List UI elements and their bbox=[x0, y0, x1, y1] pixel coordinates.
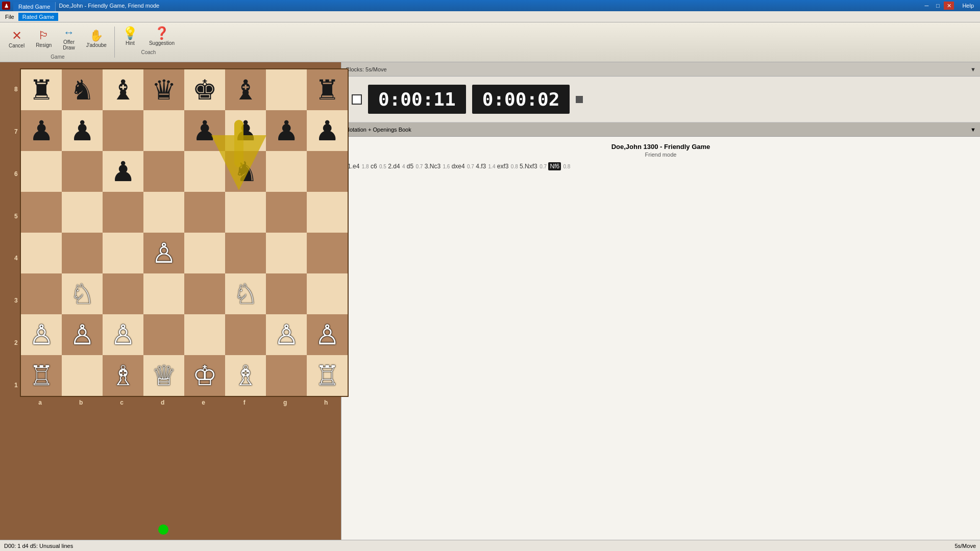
square-e2[interactable] bbox=[184, 314, 225, 355]
square-g3[interactable] bbox=[266, 273, 307, 314]
square-f1[interactable]: ♗ bbox=[225, 355, 266, 396]
piece-black-pawn-g7: ♟ bbox=[274, 117, 299, 144]
square-b4[interactable] bbox=[62, 233, 103, 273]
offer-draw-button[interactable]: ↔ OfferDraw bbox=[58, 24, 79, 53]
square-h7[interactable]: ♟ bbox=[307, 110, 348, 151]
square-e7[interactable]: ♟ bbox=[184, 110, 225, 151]
square-a6[interactable] bbox=[21, 151, 62, 192]
piece-black-knight-f6: ♞ bbox=[233, 158, 258, 185]
help-button[interactable]: Help bbox=[958, 3, 978, 9]
square-f6[interactable]: ♞ bbox=[225, 151, 266, 192]
square-b6[interactable] bbox=[62, 151, 103, 192]
white-clock: 0:00:11 bbox=[368, 85, 466, 114]
square-a7[interactable]: ♟ bbox=[21, 110, 62, 151]
square-b2[interactable]: ♙ bbox=[62, 314, 103, 355]
rank-8: 8 bbox=[14, 69, 18, 110]
square-g6[interactable] bbox=[266, 151, 307, 192]
black-indicator bbox=[576, 96, 583, 103]
square-a3[interactable] bbox=[21, 273, 62, 314]
menu-rated-game[interactable]: Rated Game bbox=[18, 13, 58, 21]
square-f7[interactable]: ♟ bbox=[225, 110, 266, 151]
piece-white-rook-a1: ♖ bbox=[29, 362, 54, 389]
square-h4[interactable] bbox=[307, 233, 348, 273]
game-group-label: Game bbox=[51, 54, 64, 60]
window-title: Doe,John - Friendly Game, Friend mode bbox=[59, 3, 159, 9]
square-g8[interactable] bbox=[266, 69, 307, 110]
square-h2[interactable]: ♙ bbox=[307, 314, 348, 355]
board-container: 8 7 6 5 4 3 2 1 ♜♞♝♛♚♝♜♟♟♟♟♟♟♟♞♙♘♘♙♙♙♙♙♖… bbox=[0, 62, 341, 540]
square-d4[interactable]: ♙ bbox=[143, 233, 184, 273]
toolbar-group-coach: 💡 Hint ❓ Suggestion Coach bbox=[118, 24, 179, 60]
square-d1[interactable]: ♕ bbox=[143, 355, 184, 396]
square-e5[interactable] bbox=[184, 192, 225, 233]
resign-button[interactable]: 🏳 Resign bbox=[31, 28, 56, 51]
square-b1[interactable] bbox=[62, 355, 103, 396]
minimize-button[interactable]: ─ bbox=[921, 2, 932, 10]
square-a8[interactable]: ♜ bbox=[21, 69, 62, 110]
square-b3[interactable]: ♘ bbox=[62, 273, 103, 314]
square-c1[interactable]: ♗ bbox=[103, 355, 143, 396]
square-f8[interactable]: ♝ bbox=[225, 69, 266, 110]
square-h6[interactable] bbox=[307, 151, 348, 192]
right-panel: Clocks: 5s/Move ▼ 0:00:11 0:00:02 Notati… bbox=[341, 62, 980, 540]
notation-dropdown[interactable]: ▼ bbox=[970, 127, 976, 133]
square-b5[interactable] bbox=[62, 192, 103, 233]
square-d5[interactable] bbox=[143, 192, 184, 233]
square-h1[interactable]: ♖ bbox=[307, 355, 348, 396]
clocks-dropdown[interactable]: ▼ bbox=[970, 66, 976, 72]
square-c8[interactable]: ♝ bbox=[103, 69, 143, 110]
piece-black-knight-b8: ♞ bbox=[70, 76, 94, 104]
square-f3[interactable]: ♘ bbox=[225, 273, 266, 314]
square-h5[interactable] bbox=[307, 192, 348, 233]
square-c3[interactable] bbox=[103, 273, 143, 314]
square-c7[interactable] bbox=[103, 110, 143, 151]
piece-black-pawn-b7: ♟ bbox=[70, 117, 94, 144]
square-f4[interactable] bbox=[225, 233, 266, 273]
square-e3[interactable] bbox=[184, 273, 225, 314]
square-d6[interactable] bbox=[143, 151, 184, 192]
square-b8[interactable]: ♞ bbox=[62, 69, 103, 110]
square-c6[interactable]: ♟ bbox=[103, 151, 143, 192]
square-g4[interactable] bbox=[266, 233, 307, 273]
square-b7[interactable]: ♟ bbox=[62, 110, 103, 151]
square-c2[interactable]: ♙ bbox=[103, 314, 143, 355]
square-g1[interactable] bbox=[266, 355, 307, 396]
notation-content: Doe,John 1300 - Friendly Game Friend mod… bbox=[341, 137, 980, 540]
menu-file[interactable]: File bbox=[1, 13, 18, 21]
square-g7[interactable]: ♟ bbox=[266, 110, 307, 151]
clocks-label: Clocks: 5s/Move bbox=[346, 66, 387, 72]
square-a4[interactable] bbox=[21, 233, 62, 273]
square-g5[interactable] bbox=[266, 192, 307, 233]
cancel-button[interactable]: ✕ Cancel bbox=[4, 27, 29, 51]
square-f2[interactable] bbox=[225, 314, 266, 355]
square-e6[interactable] bbox=[184, 151, 225, 192]
coach-group-label: Coach bbox=[141, 49, 156, 55]
square-d3[interactable] bbox=[143, 273, 184, 314]
square-a1[interactable]: ♖ bbox=[21, 355, 62, 396]
square-d8[interactable]: ♛ bbox=[143, 69, 184, 110]
restore-button[interactable]: □ bbox=[933, 2, 943, 10]
square-f5[interactable] bbox=[225, 192, 266, 233]
square-g2[interactable]: ♙ bbox=[266, 314, 307, 355]
piece-white-king-e1: ♔ bbox=[192, 362, 217, 389]
jadoube-button[interactable]: ✋ J'adoube bbox=[82, 28, 111, 51]
hint-button[interactable]: 💡 Hint bbox=[118, 24, 142, 48]
square-e4[interactable] bbox=[184, 233, 225, 273]
square-c4[interactable] bbox=[103, 233, 143, 273]
square-h8[interactable]: ♜ bbox=[307, 69, 348, 110]
square-a5[interactable] bbox=[21, 192, 62, 233]
square-h3[interactable] bbox=[307, 273, 348, 314]
square-e1[interactable]: ♔ bbox=[184, 355, 225, 396]
titlebar: ♟ Rated Game Doe,John - Friendly Game, F… bbox=[0, 0, 980, 11]
square-a2[interactable]: ♙ bbox=[21, 314, 62, 355]
square-d2[interactable] bbox=[143, 314, 184, 355]
piece-white-knight-f3: ♘ bbox=[233, 280, 258, 308]
tab-rated-game[interactable]: Rated Game bbox=[13, 2, 56, 11]
square-c5[interactable] bbox=[103, 192, 143, 233]
square-d7[interactable] bbox=[143, 110, 184, 151]
suggestion-button[interactable]: ❓ Suggestion bbox=[144, 24, 179, 48]
piece-black-bishop-c8: ♝ bbox=[111, 76, 135, 104]
square-e8[interactable]: ♚ bbox=[184, 69, 225, 110]
close-button[interactable]: ✕ bbox=[944, 2, 954, 10]
white-indicator bbox=[352, 94, 362, 105]
